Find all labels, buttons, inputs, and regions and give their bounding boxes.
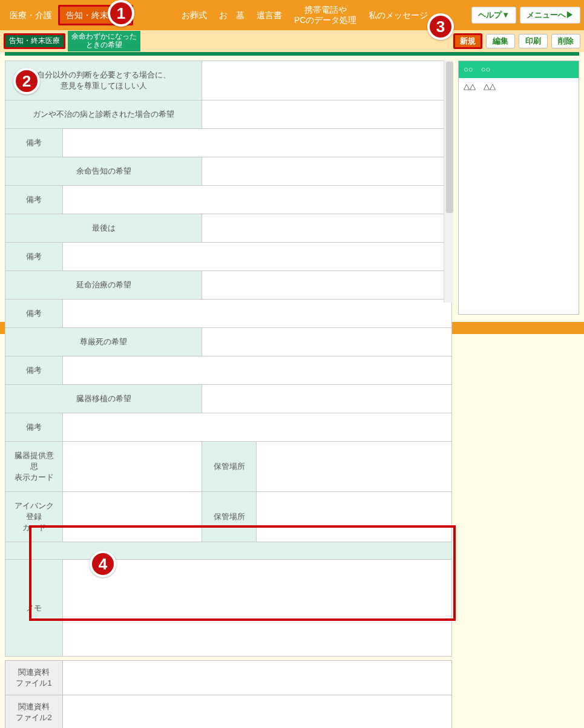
subtab-life-remaining[interactable]: 余命わずかになった ときの希望 (68, 31, 140, 51)
side-panel: ○○ ○○ △△ △△ (458, 61, 579, 315)
label-eyebank-card: アイバンク登録 カード (5, 492, 63, 542)
field-storage-1[interactable] (257, 442, 452, 492)
field-cancer-wish[interactable] (202, 100, 452, 129)
field-biko-5[interactable] (63, 356, 452, 385)
nav-will[interactable]: 遺言書 (251, 7, 288, 24)
nav-funeral[interactable]: お葬式 (176, 7, 213, 24)
label-biko-4: 備考 (5, 300, 63, 328)
nav-medical[interactable]: 医療・介護 (4, 7, 58, 24)
sub-bar: 告知・終末医療 余命わずかになった ときの希望 新規 編集 印刷 削除 (0, 30, 584, 52)
field-biko-2[interactable] (63, 186, 452, 214)
label-cancer-wish: ガンや不治の病と診断された場合の希望 (5, 100, 202, 129)
field-biko-1[interactable] (63, 129, 452, 157)
scrollbar-track[interactable] (444, 61, 453, 303)
label-biko-6: 備考 (5, 413, 63, 442)
field-biko-4[interactable] (63, 300, 452, 328)
badge-4: 4 (90, 551, 116, 577)
field-dignity-death[interactable] (202, 328, 452, 356)
field-biko-3[interactable] (63, 243, 452, 271)
delete-button[interactable]: 削除 (551, 34, 580, 48)
label-organ-transplant: 臓器移植の希望 (5, 385, 202, 413)
new-button[interactable]: 新規 (453, 33, 482, 49)
label-file2: 関連資料 ファイル2 (5, 695, 63, 729)
label-dignity-death: 尊厳死の希望 (5, 328, 202, 356)
field-file1[interactable] (63, 661, 452, 695)
top-nav: 医療・介護 告知・終末医療 お葬式 お 墓 遺言書 携帯電話や PCのデータ処理… (0, 0, 584, 30)
field-life-prolong[interactable] (202, 271, 452, 300)
nav-phone-pc[interactable]: 携帯電話や PCのデータ処理 (288, 1, 363, 29)
field-biko-6[interactable] (63, 413, 452, 442)
label-biko-5: 備考 (5, 356, 63, 385)
label-organ-card: 臓器提供意思 表示カード (5, 442, 63, 492)
label-file1: 関連資料 ファイル1 (5, 661, 63, 695)
label-last: 最後は (5, 214, 202, 243)
field-storage-2[interactable] (257, 492, 452, 542)
nav-grave[interactable]: お 墓 (213, 7, 251, 24)
field-organ-transplant[interactable] (202, 385, 452, 413)
badge-1: 1 (108, 0, 134, 27)
label-biko-2: 備考 (5, 186, 63, 214)
spacer-row (5, 542, 452, 560)
form-area: 自分以外の判断を必要とする場合に、 意見を尊重してほしい人 ガンや不治の病と診断… (5, 61, 452, 728)
scrollbar-thumb[interactable] (446, 62, 453, 213)
side-item-2[interactable]: △△ △△ (459, 78, 579, 95)
nav-my-message[interactable]: 私のメッセージ (363, 7, 434, 24)
edit-button[interactable]: 編集 (486, 34, 515, 48)
label-memo: メモ (5, 560, 63, 657)
help-button[interactable]: ヘルプ▼ (471, 7, 516, 24)
label-storage-1: 保管場所 (202, 442, 257, 492)
subtab-notification-terminal[interactable]: 告知・終末医療 (4, 33, 65, 49)
label-storage-2: 保管場所 (202, 492, 257, 542)
menu-button[interactable]: メニューへ▶ (520, 7, 580, 24)
field-life-notice[interactable] (202, 157, 452, 186)
form-table: 自分以外の判断を必要とする場合に、 意見を尊重してほしい人 ガンや不治の病と診断… (5, 61, 452, 657)
label-life-notice: 余命告知の希望 (5, 157, 202, 186)
side-item-1[interactable]: ○○ ○○ (459, 61, 579, 78)
field-eyebank-card[interactable] (63, 492, 202, 542)
field-opinion-person[interactable] (202, 61, 452, 100)
file-table: 関連資料 ファイル1 関連資料 ファイル2 関連資料 ファイル3 (5, 660, 452, 728)
field-last[interactable] (202, 214, 452, 243)
label-biko-3: 備考 (5, 243, 63, 271)
badge-3: 3 (427, 13, 454, 40)
badge-2: 2 (13, 68, 40, 94)
label-biko-1: 備考 (5, 129, 63, 157)
print-button[interactable]: 印刷 (519, 34, 548, 48)
field-memo[interactable] (63, 560, 452, 657)
label-life-prolong: 延命治療の希望 (5, 271, 202, 300)
field-organ-card[interactable] (63, 442, 202, 492)
field-file2[interactable] (63, 695, 452, 729)
